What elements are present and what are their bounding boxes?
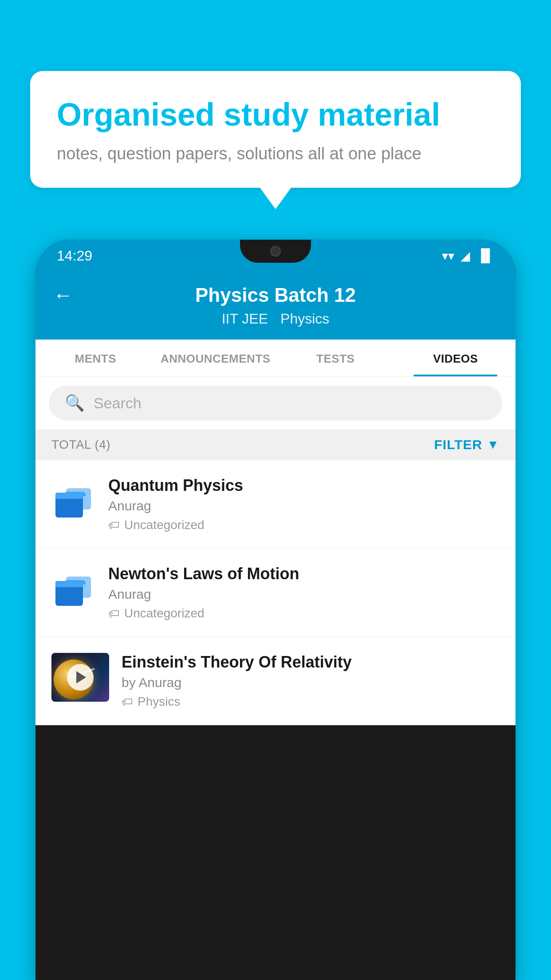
- video-title: Einstein's Theory Of Relativity: [122, 653, 500, 672]
- status-icons: ▾▾ ◢ ▐▌: [442, 249, 494, 263]
- folder-icon-wrap: [51, 565, 96, 613]
- tabs-bar: MENTS ANNOUNCEMENTS TESTS VIDEOS: [35, 340, 516, 377]
- tag-icon: 🏷: [122, 695, 133, 709]
- filter-bar: TOTAL (4) FILTER ▼: [35, 429, 516, 460]
- video-author: by Anurag: [122, 675, 500, 690]
- search-bar[interactable]: 🔍 Search: [49, 386, 502, 420]
- video-list: Quantum Physics Anurag 🏷 Uncategorized: [35, 460, 516, 725]
- total-count: TOTAL (4): [51, 438, 110, 452]
- notch: [240, 240, 311, 263]
- wifi-icon: ▾▾: [442, 249, 454, 263]
- video-tag: 🏷 Uncategorized: [108, 518, 500, 532]
- video-thumbnail: [51, 653, 109, 702]
- filter-button[interactable]: FILTER ▼: [434, 437, 500, 452]
- search-bar-wrap: 🔍 Search: [35, 377, 516, 429]
- header-subtitle: IIT JEE Physics: [222, 311, 330, 327]
- play-button[interactable]: [67, 664, 94, 691]
- status-time: 14:29: [57, 248, 92, 264]
- play-icon: [76, 671, 86, 684]
- folder-icon: [54, 571, 94, 607]
- video-author: Anurag: [108, 498, 500, 514]
- battery-icon: ▐▌: [476, 249, 494, 263]
- video-title: Quantum Physics: [108, 476, 500, 495]
- list-item[interactable]: Einstein's Theory Of Relativity by Anura…: [35, 637, 516, 725]
- tag-icon: 🏷: [108, 607, 120, 620]
- search-input[interactable]: Search: [94, 395, 142, 412]
- header-nav: ← Physics Batch 12: [53, 284, 498, 306]
- tab-tests[interactable]: TESTS: [276, 340, 396, 376]
- video-info: Quantum Physics Anurag 🏷 Uncategorized: [108, 476, 500, 532]
- search-icon: 🔍: [65, 394, 85, 412]
- video-author: Anurag: [108, 587, 500, 602]
- batch-tag-physics: Physics: [280, 311, 329, 327]
- tab-announcements[interactable]: ANNOUNCEMENTS: [156, 340, 276, 376]
- camera: [270, 246, 281, 257]
- filter-icon: ▼: [487, 438, 500, 452]
- tab-ments[interactable]: MENTS: [35, 340, 156, 376]
- app-header: ← Physics Batch 12 IIT JEE Physics: [35, 272, 516, 340]
- tag-icon: 🏷: [108, 518, 120, 532]
- folder-icon: [54, 483, 94, 518]
- svg-rect-2: [55, 493, 83, 499]
- list-item[interactable]: Quantum Physics Anurag 🏷 Uncategorized: [35, 460, 516, 549]
- signal-icon: ◢: [460, 249, 470, 263]
- video-tag: 🏷 Uncategorized: [108, 606, 500, 620]
- bubble-subtitle: notes, question papers, solutions all at…: [57, 144, 494, 163]
- video-info: Newton's Laws of Motion Anurag 🏷 Uncateg…: [108, 565, 500, 620]
- status-bar: 14:29 ▾▾ ◢ ▐▌: [35, 240, 516, 272]
- phone-frame: 14:29 ▾▾ ◢ ▐▌ ← Physics Batch 12 IIT JEE…: [35, 240, 516, 980]
- batch-tag-iitjee: IIT JEE: [222, 311, 268, 327]
- video-info: Einstein's Theory Of Relativity by Anura…: [122, 653, 500, 709]
- page-title: Physics Batch 12: [195, 284, 356, 306]
- video-tag: 🏷 Physics: [122, 695, 500, 709]
- folder-icon-wrap: [51, 476, 96, 525]
- bubble-title: Organised study material: [57, 95, 494, 134]
- filter-label: FILTER: [434, 437, 483, 452]
- svg-rect-5: [55, 581, 83, 587]
- tab-videos[interactable]: VIDEOS: [396, 340, 516, 376]
- thumb-background: [51, 653, 109, 702]
- video-title: Newton's Laws of Motion: [108, 565, 500, 583]
- back-button[interactable]: ←: [53, 284, 73, 306]
- list-item[interactable]: Newton's Laws of Motion Anurag 🏷 Uncateg…: [35, 549, 516, 637]
- speech-bubble: Organised study material notes, question…: [30, 71, 521, 188]
